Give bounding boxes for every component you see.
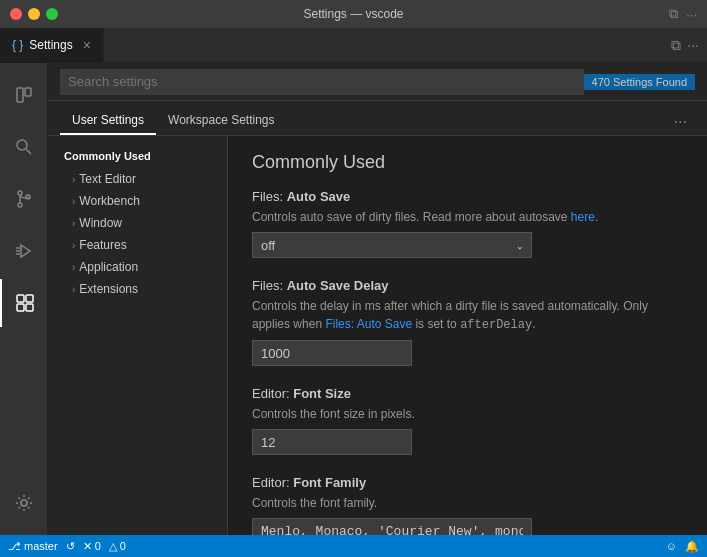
split-icon[interactable]: ⧉	[671, 37, 681, 54]
tab-label: Settings	[29, 38, 72, 52]
svg-rect-13	[17, 304, 24, 311]
status-left: ⎇ master ↺ ✕ 0 △ 0	[8, 540, 126, 553]
settings-tabs: User Settings Workspace Settings ···	[48, 101, 707, 136]
sidebar-item-label: Workbench	[79, 194, 139, 208]
tab-workspace-settings[interactable]: Workspace Settings	[156, 107, 287, 135]
warning-count[interactable]: △ 0	[109, 540, 126, 553]
svg-rect-1	[25, 88, 31, 96]
search-bar: 470 Settings Found	[48, 63, 707, 101]
sidebar-item-explorer[interactable]	[0, 71, 48, 119]
tab-bar-icons: ⧉ ···	[671, 37, 707, 54]
auto-save-select[interactable]: off afterDelay onFocusChange onWindowCha…	[252, 232, 532, 258]
sidebar-item-label: Extensions	[79, 282, 138, 296]
sidebar-item-label: Features	[79, 238, 126, 252]
more-actions-icon[interactable]: ···	[686, 7, 697, 22]
branch-name: master	[24, 540, 58, 552]
settings-body: Commonly Used › Text Editor › Workbench …	[48, 136, 707, 535]
notification-icon[interactable]: 🔔	[685, 540, 699, 553]
tab-bar: { } Settings × ⧉ ···	[0, 28, 707, 63]
setting-font-family: Editor: Font Family Controls the font fa…	[252, 475, 683, 535]
settings-gear-icon[interactable]	[0, 479, 48, 527]
split-editor-icon[interactable]: ⧉	[669, 6, 678, 22]
setting-files-auto-save: Files: Auto Save Controls auto save of d…	[252, 189, 683, 258]
main-layout: 470 Settings Found User Settings Workspa…	[0, 63, 707, 535]
settings-tab[interactable]: { } Settings ×	[0, 28, 104, 63]
setting-desc-auto-save: Controls auto save of dirty files. Read …	[252, 208, 683, 226]
svg-point-4	[18, 191, 22, 195]
setting-title-font-family: Editor: Font Family	[252, 475, 683, 490]
setting-title-auto-save: Files: Auto Save	[252, 189, 683, 204]
tab-close-button[interactable]: ×	[83, 37, 91, 53]
setting-prefix: Files:	[252, 278, 287, 293]
chevron-right-icon: ›	[72, 196, 75, 207]
sidebar-item-label: Text Editor	[79, 172, 136, 186]
setting-desc-font-family: Controls the font family.	[252, 494, 683, 512]
traffic-lights	[10, 8, 58, 20]
setting-bold: Font Family	[293, 475, 366, 490]
branch-icon: ⎇	[8, 540, 21, 553]
search-input[interactable]	[60, 69, 584, 95]
setting-prefix: Editor:	[252, 475, 293, 490]
svg-marker-7	[21, 245, 30, 257]
sidebar-item-window[interactable]: › Window	[48, 212, 227, 234]
setting-title-auto-save-delay: Files: Auto Save Delay	[252, 278, 683, 293]
status-bar: ⎇ master ↺ ✕ 0 △ 0 ☺ 🔔	[0, 535, 707, 557]
setting-font-size: Editor: Font Size Controls the font size…	[252, 386, 683, 455]
chevron-right-icon: ›	[72, 218, 75, 229]
svg-point-2	[17, 140, 27, 150]
svg-point-15	[21, 500, 27, 506]
search-count: 470 Settings Found	[584, 74, 695, 90]
minimize-button[interactable]	[28, 8, 40, 20]
settings-sidebar: Commonly Used › Text Editor › Workbench …	[48, 136, 228, 535]
error-icon: ✕	[83, 540, 92, 553]
setting-bold: Font Size	[293, 386, 351, 401]
chevron-right-icon: ›	[72, 262, 75, 273]
more-icon[interactable]: ···	[687, 37, 699, 53]
settings-file-icon: { }	[12, 38, 23, 52]
warning-number: 0	[120, 540, 126, 552]
sidebar-item-workbench[interactable]: › Workbench	[48, 190, 227, 212]
sync-icon: ↺	[66, 540, 75, 553]
sidebar-item-label: Application	[79, 260, 138, 274]
setting-title-font-size: Editor: Font Size	[252, 386, 683, 401]
sidebar-item-search[interactable]	[0, 123, 48, 171]
auto-save-select-wrapper: off afterDelay onFocusChange onWindowCha…	[252, 232, 532, 258]
font-size-input[interactable]	[252, 429, 412, 455]
window-title: Settings — vscode	[303, 7, 403, 21]
sidebar-commonly-used[interactable]: Commonly Used	[48, 144, 227, 168]
status-right: ☺ 🔔	[666, 540, 699, 553]
chevron-right-icon: ›	[72, 240, 75, 251]
font-family-input[interactable]	[252, 518, 532, 535]
feedback-icon[interactable]: ☺	[666, 540, 677, 552]
tab-user-settings[interactable]: User Settings	[60, 107, 156, 135]
sidebar-item-extensions[interactable]	[0, 279, 48, 327]
svg-point-5	[18, 203, 22, 207]
error-count[interactable]: ✕ 0	[83, 540, 101, 553]
settings-tabs-more[interactable]: ···	[666, 109, 695, 135]
settings-section-title: Commonly Used	[252, 152, 683, 173]
git-branch[interactable]: ⎇ master	[8, 540, 58, 553]
activity-bar	[0, 63, 48, 535]
autosave-link[interactable]: here	[571, 210, 595, 224]
sidebar-item-application[interactable]: › Application	[48, 256, 227, 278]
setting-prefix: Editor:	[252, 386, 293, 401]
sidebar-item-extensions[interactable]: › Extensions	[48, 278, 227, 300]
auto-save-delay-input[interactable]	[252, 340, 412, 366]
setting-title-bold: Auto Save	[287, 189, 351, 204]
sync-status[interactable]: ↺	[66, 540, 75, 553]
sidebar-item-text-editor[interactable]: › Text Editor	[48, 168, 227, 190]
setting-bold: Auto Save Delay	[287, 278, 389, 293]
svg-rect-0	[17, 88, 23, 102]
setting-title-prefix: Files:	[252, 189, 287, 204]
svg-line-3	[26, 149, 31, 154]
chevron-right-icon: ›	[72, 174, 75, 185]
files-auto-save-link[interactable]: Files: Auto Save	[325, 317, 412, 331]
maximize-button[interactable]	[46, 8, 58, 20]
sidebar-item-source-control[interactable]	[0, 175, 48, 223]
close-button[interactable]	[10, 8, 22, 20]
chevron-right-icon: ›	[72, 284, 75, 295]
sidebar-item-features[interactable]: › Features	[48, 234, 227, 256]
sidebar-item-label: Window	[79, 216, 122, 230]
sidebar-item-debug[interactable]	[0, 227, 48, 275]
error-number: 0	[95, 540, 101, 552]
